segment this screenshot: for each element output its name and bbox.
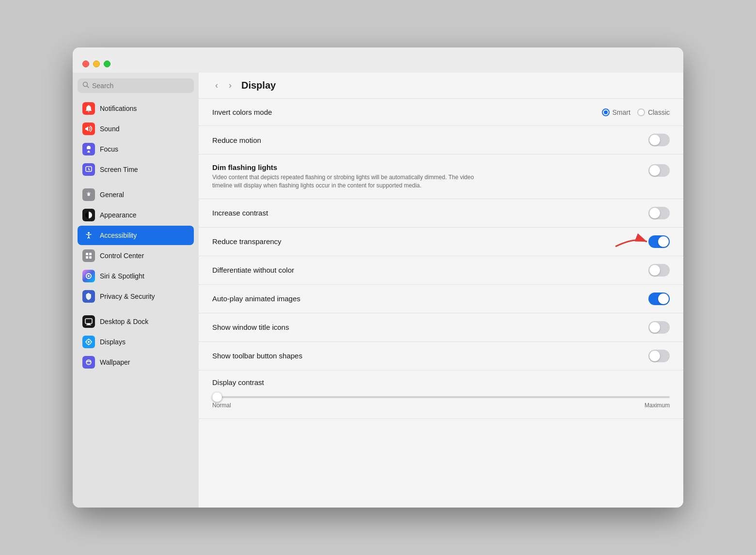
dim-flashing-label-group: Dim flashing lights Video content that d… bbox=[212, 163, 493, 190]
invert-colors-label: Invert colors mode bbox=[212, 108, 272, 116]
close-button[interactable] bbox=[82, 61, 89, 67]
slider-label-right: Maximum bbox=[645, 402, 670, 409]
sidebar-item-wallpaper[interactable]: Wallpaper bbox=[78, 353, 194, 372]
setting-row-toolbar-shapes: Show toolbar button shapes bbox=[199, 342, 683, 370]
setting-row-reduce-motion: Reduce motion bbox=[199, 126, 683, 154]
accessibility-icon bbox=[82, 229, 95, 242]
radio-classic-label: Classic bbox=[648, 108, 670, 116]
setting-row-differentiate: Differentiate without color bbox=[199, 256, 683, 285]
toolbar-shapes-toggle[interactable] bbox=[648, 350, 670, 362]
sidebar-item-screentime[interactable]: Screen Time bbox=[78, 160, 194, 179]
sidebar-item-controlcenter[interactable]: Control Center bbox=[78, 246, 194, 265]
svg-rect-16 bbox=[86, 324, 91, 325]
general-icon bbox=[82, 188, 95, 201]
settings-window: Notifications Sound bbox=[73, 47, 683, 508]
svg-line-1 bbox=[87, 86, 89, 88]
sidebar-item-appearance[interactable]: Appearance bbox=[78, 205, 194, 225]
content-area: Notifications Sound bbox=[73, 73, 683, 508]
slider-wrapper: Normal Maximum bbox=[212, 391, 670, 409]
wallpaper-icon bbox=[82, 356, 95, 369]
notifications-icon bbox=[82, 102, 95, 115]
dim-flashing-description: Video content that depicts repeated flas… bbox=[212, 173, 493, 190]
display-contrast-slider[interactable] bbox=[212, 396, 670, 398]
svg-rect-3 bbox=[88, 151, 90, 152]
window-title-icons-label: Show window title icons bbox=[212, 323, 289, 331]
reduce-transparency-toggle[interactable] bbox=[648, 235, 670, 248]
forward-button[interactable]: › bbox=[226, 79, 235, 92]
accessibility-label: Accessibility bbox=[100, 231, 137, 239]
privacy-label: Privacy & Security bbox=[100, 293, 155, 300]
search-icon bbox=[82, 81, 89, 90]
svg-rect-8 bbox=[86, 253, 88, 255]
sidebar-item-siri[interactable]: Siri & Spotlight bbox=[78, 266, 194, 286]
appearance-label: Appearance bbox=[100, 211, 137, 219]
sidebar-item-accessibility[interactable]: Accessibility bbox=[78, 226, 194, 245]
siri-icon bbox=[82, 270, 95, 282]
privacy-icon bbox=[82, 290, 95, 303]
general-label: General bbox=[100, 191, 124, 199]
toolbar-shapes-label: Show toolbar button shapes bbox=[212, 352, 302, 360]
svg-rect-11 bbox=[89, 256, 92, 259]
radio-dot-classic bbox=[637, 108, 645, 116]
increase-contrast-toggle[interactable] bbox=[648, 207, 670, 219]
slider-label-left: Normal bbox=[212, 402, 231, 409]
svg-point-13 bbox=[88, 275, 90, 277]
maximize-button[interactable] bbox=[104, 61, 110, 67]
setting-row-increase-contrast: Increase contrast bbox=[199, 199, 683, 228]
setting-row-invert-colors: Invert colors mode Smart Classic bbox=[199, 99, 683, 126]
back-button[interactable]: ‹ bbox=[212, 79, 221, 92]
sidebar-item-sound[interactable]: Sound bbox=[78, 119, 194, 139]
setting-row-reduce-transparency: Reduce transparency bbox=[199, 228, 683, 256]
reduce-motion-label: Reduce motion bbox=[212, 136, 261, 144]
siri-label: Siri & Spotlight bbox=[100, 272, 144, 280]
displays-label: Displays bbox=[100, 338, 126, 346]
title-bar bbox=[73, 47, 683, 73]
svg-rect-9 bbox=[89, 253, 92, 255]
setting-row-window-title-icons: Show window title icons bbox=[199, 313, 683, 342]
controlcenter-icon bbox=[82, 249, 95, 262]
svg-point-7 bbox=[88, 232, 90, 234]
search-input[interactable] bbox=[92, 82, 189, 90]
focus-label: Focus bbox=[100, 145, 118, 153]
display-contrast-label: Display contrast bbox=[212, 378, 264, 386]
sidebar-item-desktop[interactable]: Desktop & Dock bbox=[78, 312, 194, 331]
autoplay-label: Auto-play animated images bbox=[212, 294, 300, 303]
svg-rect-10 bbox=[86, 256, 88, 259]
sound-label: Sound bbox=[100, 125, 119, 133]
autoplay-toggle[interactable] bbox=[648, 293, 670, 305]
search-bar[interactable] bbox=[78, 78, 194, 93]
window-title-icons-toggle[interactable] bbox=[648, 321, 670, 334]
sidebar: Notifications Sound bbox=[73, 73, 199, 508]
differentiate-toggle[interactable] bbox=[648, 264, 670, 277]
dim-flashing-toggle[interactable] bbox=[648, 164, 670, 177]
sound-icon bbox=[82, 123, 95, 135]
main-content: ‹ › Display Invert colors mode Smart bbox=[199, 73, 683, 508]
red-arrow-icon bbox=[611, 232, 654, 251]
svg-rect-2 bbox=[87, 152, 90, 153]
focus-icon bbox=[82, 143, 95, 155]
sidebar-item-privacy[interactable]: Privacy & Security bbox=[78, 287, 194, 306]
increase-contrast-label: Increase contrast bbox=[212, 209, 268, 217]
sidebar-item-notifications[interactable]: Notifications bbox=[78, 99, 194, 118]
invert-colors-radio-group: Smart Classic bbox=[602, 108, 670, 116]
desktop-icon bbox=[82, 315, 95, 328]
notifications-label: Notifications bbox=[100, 105, 137, 112]
desktop-label: Desktop & Dock bbox=[100, 318, 148, 325]
screentime-icon bbox=[82, 163, 95, 176]
minimize-button[interactable] bbox=[93, 61, 100, 67]
setting-row-autoplay: Auto-play animated images bbox=[199, 285, 683, 313]
svg-rect-15 bbox=[87, 324, 90, 324]
slider-labels: Normal Maximum bbox=[212, 402, 670, 409]
setting-row-dim-flashing: Dim flashing lights Video content that d… bbox=[199, 154, 683, 199]
appearance-icon bbox=[82, 209, 95, 221]
sidebar-item-focus[interactable]: Focus bbox=[78, 139, 194, 159]
reduce-motion-toggle[interactable] bbox=[648, 134, 670, 146]
radio-smart[interactable]: Smart bbox=[602, 108, 630, 116]
page-title: Display bbox=[241, 80, 276, 91]
traffic-lights bbox=[82, 61, 110, 67]
differentiate-label: Differentiate without color bbox=[212, 266, 294, 274]
reduce-transparency-label: Reduce transparency bbox=[212, 237, 282, 246]
sidebar-item-displays[interactable]: Displays bbox=[78, 332, 194, 352]
sidebar-item-general[interactable]: General bbox=[78, 185, 194, 204]
radio-classic[interactable]: Classic bbox=[637, 108, 670, 116]
